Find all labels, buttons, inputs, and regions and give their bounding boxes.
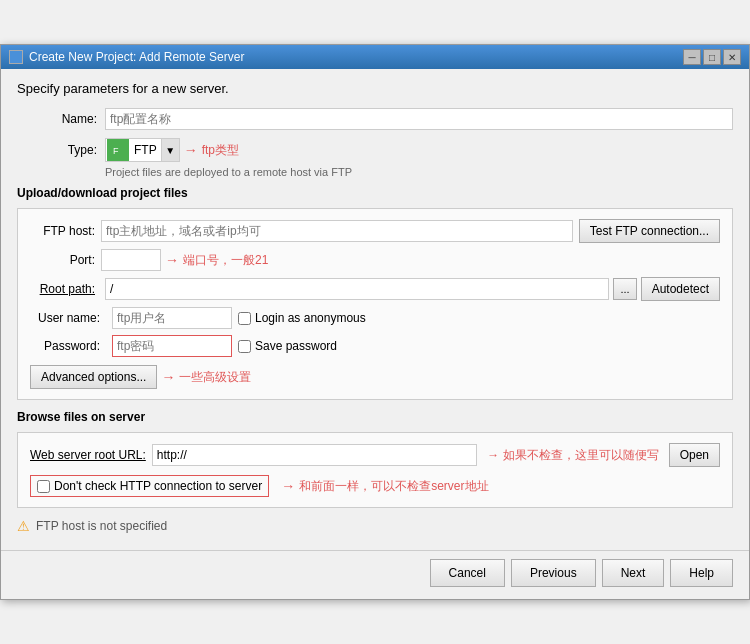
advanced-options-button[interactable]: Advanced options...: [30, 365, 157, 389]
rootpath-input[interactable]: [105, 278, 609, 300]
save-password-label: Save password: [255, 339, 337, 353]
browse-section-body: Web server root URL: → 如果不检查，这里可以随便写 Ope…: [17, 432, 733, 508]
port-annotation: → 端口号，一般21: [165, 252, 268, 269]
window-title: Create New Project: Add Remote Server: [29, 50, 244, 64]
dont-check-checkbox-label[interactable]: Don't check HTTP connection to server: [30, 475, 269, 497]
browse-button[interactable]: ...: [613, 278, 636, 300]
ftp-icon: F: [107, 139, 129, 161]
warning-icon: ⚠: [17, 518, 30, 534]
port-input[interactable]: [101, 249, 161, 271]
type-hint: Project files are deployed to a remote h…: [105, 166, 733, 178]
warning-text: FTP host is not specified: [36, 519, 167, 533]
open-button[interactable]: Open: [669, 443, 720, 467]
next-button[interactable]: Next: [602, 559, 665, 587]
login-anonymous-checkbox-label[interactable]: Login as anonymous: [238, 311, 366, 325]
upload-section-body: FTP host: Test FTP connection... Port: →…: [17, 208, 733, 400]
title-bar-title: Create New Project: Add Remote Server: [9, 50, 244, 64]
username-input[interactable]: [112, 307, 232, 329]
browse-section-header: Browse files on server: [17, 410, 733, 424]
name-label: Name:: [17, 112, 97, 126]
autodetect-button[interactable]: Autodetect: [641, 277, 720, 301]
app-icon: [9, 50, 23, 64]
maximize-button[interactable]: □: [703, 49, 721, 65]
dont-check-checkbox[interactable]: [37, 480, 50, 493]
arrow-icon: →: [184, 142, 198, 158]
web-url-annotation: → 如果不检查，这里可以随便写: [487, 447, 658, 464]
username-row: User name: Login as anonymous: [30, 307, 720, 329]
type-row: Type: F FTP ▼ → ftp类型: [17, 138, 733, 162]
rootpath-label: Root path:: [30, 282, 95, 296]
arrow-icon: →: [161, 369, 175, 385]
upload-section-header: Upload/download project files: [17, 186, 733, 200]
dialog-subtitle: Specify parameters for a new server.: [17, 81, 733, 96]
password-input[interactable]: [112, 335, 232, 357]
upload-section: Upload/download project files FTP host: …: [17, 186, 733, 400]
dont-check-annotation: → 和前面一样，可以不检查server地址: [281, 478, 488, 495]
title-bar-controls[interactable]: ─ □ ✕: [683, 49, 741, 65]
password-label: Password:: [30, 339, 100, 353]
save-password-checkbox[interactable]: [238, 340, 251, 353]
rootpath-row: Root path: ... Autodetect: [30, 277, 720, 301]
type-value: FTP: [130, 143, 161, 157]
username-label: User name:: [30, 311, 100, 325]
ftp-host-row: FTP host: Test FTP connection...: [30, 219, 720, 243]
password-row: Password: Save password: [30, 335, 720, 357]
port-row: Port: → 端口号，一般21: [30, 249, 720, 271]
help-button[interactable]: Help: [670, 559, 733, 587]
type-dropdown-btn[interactable]: ▼: [161, 139, 179, 161]
dialog-footer: Cancel Previous Next Help: [1, 550, 749, 599]
browse-section: Browse files on server Web server root U…: [17, 410, 733, 508]
web-url-label: Web server root URL:: [30, 448, 146, 462]
advanced-annotation: → 一些高级设置: [161, 369, 251, 386]
login-anonymous-label: Login as anonymous: [255, 311, 366, 325]
web-url-input[interactable]: [152, 444, 477, 466]
svg-text:F: F: [113, 146, 119, 156]
ftp-host-input[interactable]: [101, 220, 573, 242]
name-row: Name:: [17, 108, 733, 130]
dialog-content: Specify parameters for a new server. Nam…: [1, 69, 749, 546]
warning-row: ⚠ FTP host is not specified: [17, 518, 733, 534]
title-bar: Create New Project: Add Remote Server ─ …: [1, 45, 749, 69]
type-select[interactable]: F FTP ▼: [105, 138, 180, 162]
type-label: Type:: [17, 143, 97, 157]
arrow-icon: →: [165, 252, 179, 268]
previous-button[interactable]: Previous: [511, 559, 596, 587]
dont-check-label: Don't check HTTP connection to server: [54, 479, 262, 493]
type-annotation: → ftp类型: [184, 142, 239, 159]
web-url-row: Web server root URL: → 如果不检查，这里可以随便写 Ope…: [30, 443, 720, 467]
ftp-host-label: FTP host:: [30, 224, 95, 238]
minimize-button[interactable]: ─: [683, 49, 701, 65]
port-label: Port:: [30, 253, 95, 267]
save-password-checkbox-label[interactable]: Save password: [238, 339, 337, 353]
name-input[interactable]: [105, 108, 733, 130]
dont-check-row: Don't check HTTP connection to server → …: [30, 475, 720, 497]
login-anonymous-checkbox[interactable]: [238, 312, 251, 325]
cancel-button[interactable]: Cancel: [430, 559, 505, 587]
dialog-window: Create New Project: Add Remote Server ─ …: [0, 44, 750, 600]
arrow-icon: →: [281, 478, 295, 494]
close-button[interactable]: ✕: [723, 49, 741, 65]
test-ftp-button[interactable]: Test FTP connection...: [579, 219, 720, 243]
advanced-row: Advanced options... → 一些高级设置: [30, 365, 720, 389]
